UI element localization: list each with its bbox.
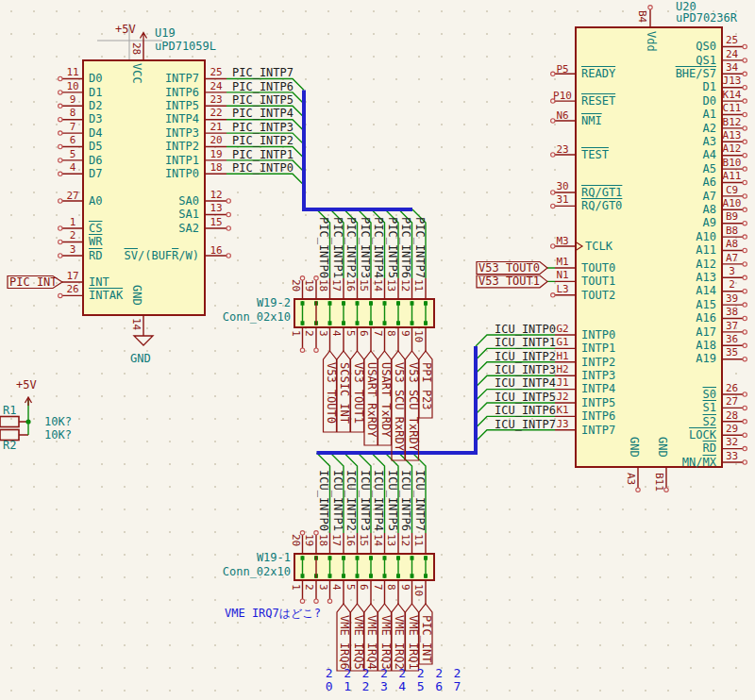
net-label[interactable]: ICU_INTP4: [495, 376, 556, 390]
pin-number: 6: [359, 584, 369, 591]
r2-value[interactable]: 10K?: [44, 429, 72, 442]
net-label[interactable]: ICU_INTP6: [495, 404, 556, 417]
u19-gnd-pin-number: 14: [131, 318, 142, 330]
global-label[interactable]: SCSIC INT: [339, 362, 349, 424]
net-label[interactable]: PIC_INTP5: [232, 93, 294, 107]
net-label[interactable]: PIC_INTP6: [400, 217, 411, 278]
global-label[interactable]: USART RxRDY: [366, 362, 377, 437]
v53-tout1-global-label[interactable]: V53 TOUT1: [478, 275, 540, 288]
w19-1-reference[interactable]: W19-1: [215, 552, 291, 564]
u20-test-pin-number: 23: [551, 143, 574, 156]
net-label[interactable]: ICU_INTP5: [495, 391, 556, 404]
comment-number[interactable]: 2 0: [320, 667, 338, 692]
u19-gnd-power-label[interactable]: GND: [130, 353, 151, 365]
net-label[interactable]: ICU_INTP2: [345, 470, 356, 531]
pin-name: SA1: [138, 208, 199, 221]
net-label[interactable]: ICU_INTP5: [387, 470, 397, 531]
global-label[interactable]: PPI P23: [421, 362, 431, 410]
v53-tout0-global-label[interactable]: V53 TOUT0: [478, 262, 540, 275]
w19-2-reference[interactable]: W19-2: [215, 297, 291, 309]
net-label[interactable]: PIC_INTP6: [232, 80, 294, 93]
pin-number: 8: [386, 584, 396, 591]
comment-vme-pin-numbers[interactable]: 2 02 12 22 32 42 52 62 7: [320, 667, 466, 692]
global-label[interactable]: V53 TOUT0: [326, 362, 336, 424]
resistor-r1-body[interactable]: [0, 417, 19, 427]
u19-value[interactable]: uPD71059L: [155, 41, 216, 53]
u19-reference[interactable]: U19: [155, 27, 176, 40]
net-label[interactable]: ICU_INTP1: [332, 470, 343, 531]
global-label[interactable]: V53 SCU RxRDY: [394, 362, 404, 451]
net-label[interactable]: PIC_INTP4: [373, 217, 383, 278]
comment-number[interactable]: 2 4: [394, 667, 411, 692]
u19-vcc-power-label[interactable]: +5V: [115, 24, 136, 36]
net-label[interactable]: ICU_INTP4: [373, 470, 383, 531]
net-label[interactable]: ICU_INTP7: [495, 418, 556, 431]
u20-tout-pin-numbers: M1N1L3: [551, 256, 574, 296]
pin-name: QS1: [649, 54, 716, 67]
global-label[interactable]: VME IRQ1: [408, 615, 418, 670]
net-label[interactable]: ICU_INTP3: [360, 470, 370, 531]
net-label[interactable]: PIC_INTP7: [232, 66, 294, 79]
global-label[interactable]: USART TxRDY: [380, 362, 391, 437]
pic-int-global-label[interactable]: PIC_INT: [9, 276, 53, 289]
comment-vme-irq7-question[interactable]: VME IRQ7はどこ?: [225, 608, 321, 620]
pin-number: 20: [204, 134, 228, 147]
w19-2-value[interactable]: Conn_02x10: [215, 311, 291, 324]
net-label[interactable]: ICU_INTP0: [495, 323, 556, 336]
pin-number: 9: [400, 330, 411, 337]
net-label[interactable]: PIC_INTP0: [232, 161, 294, 175]
comment-number[interactable]: 2 6: [429, 667, 447, 692]
comment-number[interactable]: 2 7: [448, 667, 466, 692]
pin-number: 17: [331, 534, 342, 546]
r2-reference[interactable]: R2: [3, 440, 16, 452]
pin-number: B9: [719, 210, 745, 224]
comment-number[interactable]: 2 5: [411, 667, 429, 692]
global-label[interactable]: V53 SCU TxRDY: [408, 362, 418, 451]
pin-number: 4: [61, 161, 84, 175]
global-label[interactable]: VME IRQ4: [366, 615, 377, 670]
comment-number[interactable]: 2 3: [375, 667, 393, 692]
net-label[interactable]: PIC_INTP2: [232, 134, 294, 147]
comment-number[interactable]: 2 2: [357, 667, 375, 692]
comment-number[interactable]: 2 1: [338, 667, 356, 692]
pin-name: INTP4: [581, 382, 615, 395]
r1-value[interactable]: 10K?: [44, 416, 72, 428]
net-label[interactable]: ICU_INTP1: [495, 336, 556, 349]
net-label[interactable]: PIC_INTP1: [232, 148, 294, 161]
global-label[interactable]: VME IRQ6: [339, 615, 349, 670]
pin-number: 2: [719, 278, 745, 292]
pin-number: 12: [400, 534, 411, 546]
global-label[interactable]: VME IRQ2: [394, 615, 404, 670]
net-label[interactable]: PIC_INTP0: [318, 217, 328, 278]
net-label[interactable]: ICU_INTP3: [495, 363, 556, 376]
u20-value[interactable]: uPD70236R: [676, 12, 737, 25]
w19-1-value[interactable]: Conn_02x10: [215, 566, 291, 578]
pin-name: D5: [89, 140, 102, 153]
r1-reference[interactable]: R1: [3, 405, 16, 417]
schematic-canvas[interactable]: U19 uPD71059L +5V 28 VCC 14 GND GND 1110…: [0, 0, 755, 700]
pin-number: B8: [719, 225, 745, 238]
pin-name: BHE/S7: [649, 67, 716, 80]
u20-icu-intp-net-labels[interactable]: ICU_INTP0ICU_INTP1ICU_INTP2ICU_INTP3ICU_…: [495, 323, 556, 431]
net-label[interactable]: PIC_INTP4: [232, 107, 294, 120]
global-label[interactable]: V53 TOUT1: [353, 362, 363, 424]
net-label[interactable]: PIC_INTP7: [414, 217, 425, 278]
u19-data-pin-numbers: 1110987654: [61, 66, 84, 175]
net-label[interactable]: PIC_INTP2: [345, 217, 356, 278]
global-label[interactable]: VME IRQ5: [353, 615, 363, 670]
u20-reset-pin-name: RESET: [581, 95, 615, 108]
net-label[interactable]: PIC_INTP5: [387, 217, 397, 278]
net-label[interactable]: ICU_INTP0: [318, 470, 328, 531]
pin-name: A11: [649, 243, 716, 257]
global-label[interactable]: VME IRQ3: [380, 615, 391, 670]
net-label[interactable]: PIC_INTP3: [360, 217, 370, 278]
net-label[interactable]: PIC_INTP1: [332, 217, 343, 278]
r-power-label[interactable]: +5V: [16, 379, 37, 392]
net-label[interactable]: PIC_INTP3: [232, 121, 294, 134]
pin-name: S0: [649, 388, 716, 401]
net-label[interactable]: ICU_INTP2: [495, 350, 556, 363]
net-label[interactable]: ICU_INTP7: [414, 470, 425, 531]
global-label[interactable]: PIC_INT: [421, 615, 431, 663]
net-label[interactable]: ICU_INTP6: [400, 470, 411, 531]
u19-pic-intp-net-labels[interactable]: PIC_INTP7PIC_INTP6PIC_INTP5PIC_INTP4PIC_…: [232, 66, 294, 175]
